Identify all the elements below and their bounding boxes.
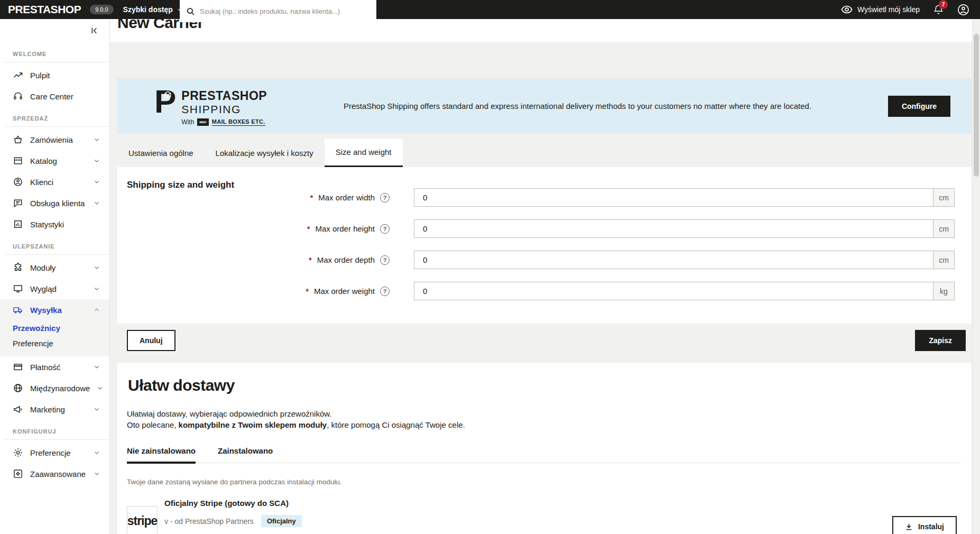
prestashop-logo: PRESTASHOP <box>8 3 81 16</box>
sidebar-item-label: Płatność <box>30 363 87 372</box>
form-row-max-order-weight: * Max order weight ? kg <box>117 282 972 300</box>
cancel-button[interactable]: Anuluj <box>127 330 175 351</box>
tab-zainstalowano[interactable]: Zainstalowano <box>218 446 273 463</box>
view-shop-label: Wyświetl mój sklep <box>857 5 920 14</box>
sidebar-item-klienci[interactable]: Klienci <box>0 171 109 192</box>
quick-access-button[interactable]: Szybki dostęp <box>123 5 183 14</box>
help-icon[interactable]: ? <box>380 224 390 234</box>
view-shop-link[interactable]: Wyświetl mój sklep <box>841 5 920 14</box>
sidebar-item-label: Pulpit <box>30 71 100 80</box>
sidebar-item-label: Wysyłka <box>30 306 87 315</box>
sidebar-collapse-button[interactable] <box>90 26 99 35</box>
chevron-up-icon <box>94 307 100 313</box>
carrier-tabs: Ustawienia ogólne Lokalizacje wysyłek i … <box>117 139 972 167</box>
search-input[interactable] <box>200 7 370 15</box>
sidebar-subitem-przewoznicy[interactable]: Przewoźnicy <box>0 320 109 336</box>
form-row-max-order-depth: * Max order depth ? cm <box>117 251 972 269</box>
scrollbar-track[interactable] <box>972 19 980 534</box>
sidebar-item-platnosc[interactable]: Płatność <box>0 356 109 378</box>
sidebar-item-marketing[interactable]: Marketing <box>0 399 109 420</box>
version-badge: 9.0.0 <box>90 5 113 14</box>
tab-ustawienia-ogolne[interactable]: Ustawienia ogólne <box>117 139 205 167</box>
banner-description: PrestaShop Shipping offers standard and … <box>267 102 888 111</box>
official-badge: Oficjalny <box>261 515 302 527</box>
chevron-down-icon <box>94 158 100 164</box>
tab-size-and-weight[interactable]: Size and weight <box>325 139 403 167</box>
modules-intro-line2: Oto polecane, kompatybilne z Twoim sklep… <box>127 419 961 430</box>
notification-badge: 7 <box>939 0 948 9</box>
sidebar-item-label: Obsługa klienta <box>30 199 87 208</box>
save-button[interactable]: Zapisz <box>915 330 966 351</box>
module-title: Oficjalny Stripe (gotowy do SCA) <box>164 499 302 508</box>
notifications-button[interactable]: 7 <box>933 4 944 15</box>
field-label: Max order weight <box>314 287 375 296</box>
chevron-down-icon <box>94 200 100 206</box>
truck-icon <box>13 305 23 315</box>
global-search <box>180 0 376 22</box>
required-asterisk: * <box>310 194 313 202</box>
sidebar-item-care-center[interactable]: Care Center <box>0 86 109 107</box>
main-content: New Carrier P PRESTASHOP SHIPPING With M… <box>110 19 980 534</box>
with-label: With <box>181 118 194 126</box>
divider <box>4 254 109 255</box>
chevron-down-icon <box>94 471 100 477</box>
help-icon[interactable]: ? <box>380 287 390 296</box>
sidebar-item-moduly[interactable]: Moduły <box>0 257 109 278</box>
sidebar-item-zamowienia[interactable]: Zamówienia <box>0 129 109 150</box>
help-icon[interactable]: ? <box>380 255 390 265</box>
chevron-down-icon <box>94 364 100 370</box>
configure-button[interactable]: Configure <box>888 96 950 117</box>
install-button[interactable]: Instaluj <box>892 516 957 534</box>
chevron-down-icon <box>94 136 100 143</box>
required-asterisk: * <box>307 225 310 233</box>
trending-up-icon <box>13 70 23 80</box>
sidebar-item-label: Katalog <box>30 156 87 165</box>
form-actions: Anuluj Zapisz <box>117 330 972 351</box>
tab-lokalizacje-wysylek[interactable]: Lokalizacje wysyłek i koszty <box>205 139 325 167</box>
sidebar-item-preferencje[interactable]: Preferencje <box>0 442 109 463</box>
scrollbar-thumb[interactable] <box>974 34 979 177</box>
prestashop-shipping-logo: P PRESTASHOP SHIPPING With MBE MAIL BOXE… <box>154 87 267 126</box>
field-label: Max order width <box>318 193 375 202</box>
modules-heading: Ułatw dostawy <box>128 376 961 394</box>
tab-nie-zainstalowano[interactable]: Nie zainstalowano <box>127 446 196 463</box>
form-row-max-order-width: * Max order width ? cm <box>117 188 972 207</box>
headset-icon <box>13 91 23 102</box>
sidebar-subitem-preferencje[interactable]: Preferencje <box>0 336 109 351</box>
max-order-width-input[interactable] <box>414 188 933 207</box>
collapse-icon <box>90 26 99 35</box>
sidebar-item-katalog[interactable]: Katalog <box>0 150 109 171</box>
required-asterisk: * <box>309 256 311 264</box>
search-icon <box>186 7 195 16</box>
sidebar-item-statystyki[interactable]: Statystyki <box>0 214 109 235</box>
sidebar-item-miedzynarodowe[interactable]: Międzynarodowe <box>0 378 109 399</box>
max-order-weight-input[interactable] <box>414 282 933 300</box>
sidebar: WELCOME Pulpit Care Center SPRZEDAŻ Zamó… <box>0 19 110 534</box>
help-icon[interactable]: ? <box>380 193 390 202</box>
basket-icon <box>13 134 23 145</box>
credit-card-icon <box>13 362 23 372</box>
title-bar: New Carrier <box>110 19 980 42</box>
max-order-depth-input[interactable] <box>414 251 933 269</box>
sidebar-item-label: Preferencje <box>30 448 87 457</box>
sidebar-section-welcome: WELCOME <box>13 51 109 57</box>
sidebar-item-wysylka[interactable]: Wysyłka <box>0 299 109 320</box>
gear-icon <box>13 447 23 458</box>
top-bar-right: Wyświetl mój sklep 7 <box>841 0 969 19</box>
max-order-height-input[interactable] <box>414 219 933 238</box>
sidebar-item-label: Marketing <box>30 405 87 414</box>
stripe-logo: stripe <box>127 506 158 534</box>
divider <box>4 439 109 440</box>
user-icon <box>957 4 969 16</box>
unit-label: cm <box>933 188 955 207</box>
sidebar-item-wyglad[interactable]: Wygląd <box>0 278 109 299</box>
chevron-down-icon <box>94 286 100 292</box>
shipping-logo-text: PRESTASHOP SHIPPING With MBE MAIL BOXES … <box>181 87 267 126</box>
eye-icon <box>841 5 853 14</box>
sidebar-item-label: Klienci <box>30 178 87 187</box>
sidebar-item-pulpit[interactable]: Pulpit <box>0 65 109 86</box>
account-button[interactable] <box>957 4 969 16</box>
sidebar-item-obsluga-klienta[interactable]: Obsługa klienta <box>0 192 109 214</box>
bar-chart-icon <box>13 219 23 229</box>
sidebar-item-zaawansowane[interactable]: Zaawansowane <box>0 463 109 484</box>
